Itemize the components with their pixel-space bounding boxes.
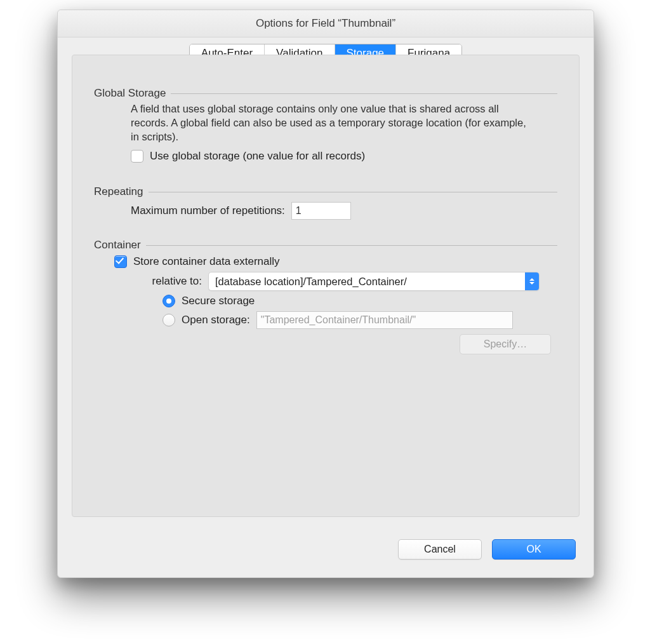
global-storage-description: A field that uses global storage contain… bbox=[131, 102, 537, 144]
relative-to-row: relative to: [database location]/Tampere… bbox=[138, 272, 557, 291]
chevron-down-icon bbox=[529, 282, 534, 285]
ok-button[interactable]: OK bbox=[492, 539, 576, 560]
section-container-label: Container bbox=[94, 239, 141, 252]
dialog-footer: Cancel OK bbox=[398, 539, 576, 560]
open-storage-label: Open storage: bbox=[182, 314, 250, 326]
section-repeating: Repeating bbox=[94, 185, 557, 198]
popup-stepper-icon bbox=[525, 272, 539, 290]
store-external-row: Store container data externally bbox=[114, 255, 557, 268]
repeating-row: Maximum number of repetitions: bbox=[131, 202, 557, 220]
divider bbox=[149, 192, 557, 192]
global-storage-row: Use global storage (one value for all re… bbox=[131, 150, 557, 163]
store-external-checkbox[interactable] bbox=[114, 255, 127, 268]
open-storage-row: Open storage: bbox=[162, 311, 557, 329]
section-container: Container bbox=[94, 239, 557, 252]
divider bbox=[171, 93, 557, 94]
specify-row: Specify… bbox=[94, 334, 557, 354]
field-options-dialog: Options for Field “Thumbnail” Auto-Enter… bbox=[57, 10, 594, 578]
secure-storage-label: Secure storage bbox=[182, 295, 255, 307]
repetitions-input[interactable] bbox=[291, 202, 351, 220]
open-storage-radio[interactable] bbox=[162, 314, 175, 326]
relative-to-label: relative to: bbox=[138, 275, 202, 288]
storage-panel: Global Storage A field that uses global … bbox=[72, 55, 580, 517]
specify-button: Specify… bbox=[460, 334, 551, 354]
global-storage-checkbox[interactable] bbox=[131, 150, 143, 163]
section-repeating-label: Repeating bbox=[94, 185, 143, 198]
chevron-up-icon bbox=[529, 278, 534, 281]
relative-to-value: [database location]/Tampered_Container/ bbox=[209, 276, 525, 288]
section-global-storage: Global Storage bbox=[94, 87, 557, 100]
store-external-label: Store container data externally bbox=[133, 255, 280, 268]
dialog-title: Options for Field “Thumbnail” bbox=[58, 10, 594, 37]
repetitions-label: Maximum number of repetitions: bbox=[131, 205, 285, 217]
open-storage-path-input bbox=[256, 311, 513, 329]
section-global-storage-label: Global Storage bbox=[94, 87, 166, 100]
divider bbox=[146, 245, 557, 246]
secure-storage-radio[interactable] bbox=[162, 295, 175, 307]
secure-storage-row: Secure storage bbox=[162, 295, 557, 307]
global-storage-checkbox-label: Use global storage (one value for all re… bbox=[150, 150, 365, 163]
relative-to-popup[interactable]: [database location]/Tampered_Container/ bbox=[208, 272, 540, 291]
cancel-button[interactable]: Cancel bbox=[398, 539, 482, 560]
